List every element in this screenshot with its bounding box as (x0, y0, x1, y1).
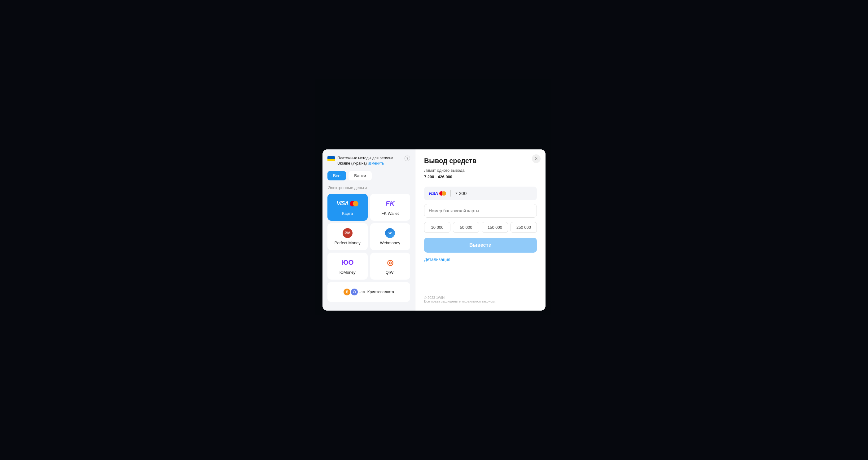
tabs-row: Все Банки (328, 171, 410, 180)
payment-method-crypto[interactable]: ₿ ⬡ +18 Криптовалюта (328, 282, 410, 302)
region-header: Платежные методы для региона Ukraine (Ук… (328, 155, 410, 166)
right-panel: × Вывод средств Лимит одного вывода: 7 2… (415, 149, 546, 311)
yumoney-icon: ЮO (341, 258, 354, 267)
section-electronic-label: Электронные деньги (328, 185, 410, 190)
quick-amounts: 10 000 50 000 150 000 250 000 (424, 222, 537, 233)
footer: © 2023 1WIN Все права защищены и охраняю… (424, 289, 537, 303)
visa-mc-icon: VISA (337, 199, 359, 209)
payment-method-qiwi[interactable]: ◎ QIWI (370, 253, 410, 280)
payment-method-label: QIWI (385, 270, 395, 275)
region-label: Платежные методы для региона Ukraine (Ук… (337, 155, 394, 166)
fk-wallet-icon: FK (386, 199, 395, 209)
quick-amount-1[interactable]: 10 000 (424, 222, 451, 233)
crypto-icon: ₿ ⬡ +18 (344, 287, 365, 297)
card-number-input[interactable] (424, 204, 537, 218)
tab-banks[interactable]: Банки (348, 171, 372, 180)
modal: Платежные методы для региона Ukraine (Ук… (322, 149, 546, 311)
amount-display: VISA 7 200 (424, 186, 537, 200)
amount-icons: VISA (428, 191, 446, 196)
ukraine-flag-icon (328, 156, 335, 161)
quick-amount-3[interactable]: 150 000 (482, 222, 508, 233)
quick-amount-4[interactable]: 250 000 (510, 222, 537, 233)
payment-method-label: Webmoney (380, 240, 400, 245)
limit-text: Лимит одного вывода: 7 200 - 426 000 (424, 167, 537, 180)
payment-method-label: Perfect Money (335, 240, 361, 245)
qiwi-icon: ◎ (387, 258, 394, 267)
region-change-link[interactable]: изменить (368, 161, 384, 166)
payment-method-label: ЮMoney (340, 270, 355, 275)
payment-method-visa-mc[interactable]: VISA Карта (328, 194, 368, 221)
payment-method-perfect-money[interactable]: PM Perfect Money (328, 223, 368, 250)
footer-copyright: © 2023 1WIN (424, 296, 537, 299)
payment-grid: VISA Карта FK FK Wallet (328, 194, 410, 302)
close-button[interactable]: × (532, 154, 540, 163)
help-icon[interactable]: ? (405, 155, 410, 161)
divider (451, 190, 451, 197)
payment-method-label: FK Wallet (381, 211, 399, 216)
left-panel: Платежные методы для региона Ukraine (Ук… (322, 149, 415, 311)
details-link[interactable]: Детализация (424, 257, 537, 262)
footer-rights: Все права защищены и охраняются законом. (424, 299, 537, 303)
payment-method-fk-wallet[interactable]: FK FK Wallet (370, 194, 410, 221)
perfect-money-icon: PM (343, 228, 352, 238)
withdraw-title: Вывод средств (424, 157, 537, 165)
payment-method-label: Карта (342, 211, 353, 216)
tab-all[interactable]: Все (328, 171, 346, 180)
withdraw-button[interactable]: Вывести (424, 238, 537, 253)
payment-method-label: Криптовалюта (367, 289, 394, 294)
quick-amount-2[interactable]: 50 000 (453, 222, 479, 233)
modal-overlay: Платежные методы для региона Ukraine (Ук… (0, 0, 868, 460)
payment-method-yumoney[interactable]: ЮO ЮMoney (328, 253, 368, 280)
payment-method-webmoney[interactable]: W Webmoney (370, 223, 410, 250)
webmoney-icon: W (385, 228, 395, 238)
amount-value: 7 200 (455, 191, 467, 196)
